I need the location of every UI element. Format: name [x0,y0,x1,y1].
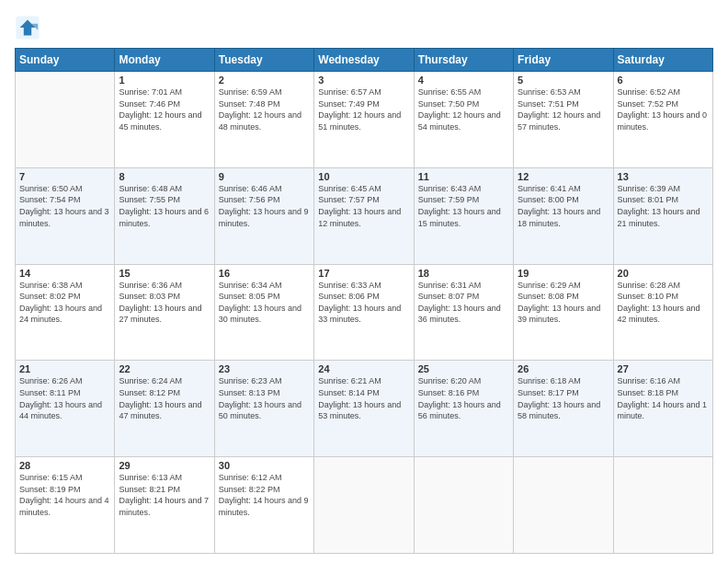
sunrise-text: Sunrise: 6:18 AM [518,375,609,387]
day-info: Sunrise: 6:13 AMSunset: 8:21 PMDaylight:… [119,472,210,518]
daylight-text: Daylight: 14 hours and 4 minutes. [19,495,110,518]
sunrise-text: Sunrise: 6:20 AM [418,375,509,387]
day-number: 2 [219,75,310,86]
day-number: 18 [418,268,509,279]
daylight-text: Daylight: 13 hours and 47 minutes. [119,399,210,422]
calendar-header-row: SundayMondayTuesdayWednesdayThursdayFrid… [16,49,713,72]
day-number: 7 [19,171,110,182]
day-info: Sunrise: 6:21 AMSunset: 8:14 PMDaylight:… [318,375,409,421]
sunrise-text: Sunrise: 6:21 AM [318,375,409,387]
calendar-cell: 19Sunrise: 6:29 AMSunset: 8:08 PMDayligh… [514,264,613,361]
sunset-text: Sunset: 7:48 PM [219,98,310,110]
sunrise-text: Sunrise: 6:36 AM [119,280,210,292]
day-info: Sunrise: 6:38 AMSunset: 8:02 PMDaylight:… [19,280,110,326]
sunrise-text: Sunrise: 6:57 AM [318,86,409,98]
day-number: 14 [19,268,110,279]
day-info: Sunrise: 6:48 AMSunset: 7:55 PMDaylight:… [119,183,210,229]
calendar-cell: 30Sunrise: 6:12 AMSunset: 8:22 PMDayligh… [214,457,313,554]
sunset-text: Sunset: 7:52 PM [618,98,709,110]
calendar-cell: 1Sunrise: 7:01 AMSunset: 7:46 PMDaylight… [115,72,214,168]
weekday-header: Saturday [613,49,712,72]
daylight-text: Daylight: 13 hours and 58 minutes. [518,399,609,422]
day-info: Sunrise: 6:12 AMSunset: 8:22 PMDaylight:… [219,472,310,518]
day-info: Sunrise: 6:33 AMSunset: 8:06 PMDaylight:… [318,280,409,326]
sunset-text: Sunset: 8:06 PM [318,291,409,303]
calendar-cell: 4Sunrise: 6:55 AMSunset: 7:50 PMDaylight… [414,72,513,168]
sunset-text: Sunset: 7:54 PM [19,194,110,206]
day-info: Sunrise: 6:57 AMSunset: 7:49 PMDaylight:… [318,86,409,132]
sunrise-text: Sunrise: 6:23 AM [219,375,310,387]
sunrise-text: Sunrise: 6:13 AM [119,472,210,484]
daylight-text: Daylight: 13 hours and 53 minutes. [318,399,409,422]
daylight-text: Daylight: 13 hours and 36 minutes. [418,303,509,326]
sunset-text: Sunset: 7:56 PM [219,194,310,206]
day-number: 22 [119,363,210,374]
sunrise-text: Sunrise: 6:48 AM [119,183,210,195]
sunrise-text: Sunrise: 6:59 AM [219,86,310,98]
day-info: Sunrise: 6:18 AMSunset: 8:17 PMDaylight:… [518,375,609,421]
day-number: 6 [618,75,709,86]
daylight-text: Daylight: 13 hours and 21 minutes. [618,206,709,229]
day-info: Sunrise: 6:39 AMSunset: 8:01 PMDaylight:… [618,183,709,229]
daylight-text: Daylight: 14 hours and 7 minutes. [119,495,210,518]
calendar-cell: 11Sunrise: 6:43 AMSunset: 7:59 PMDayligh… [414,167,513,264]
sunset-text: Sunset: 8:01 PM [618,194,709,206]
calendar-week-row: 21Sunrise: 6:26 AMSunset: 8:11 PMDayligh… [16,361,713,457]
weekday-header: Monday [115,49,214,72]
sunrise-text: Sunrise: 6:43 AM [418,183,509,195]
day-number: 26 [518,363,609,374]
day-number: 11 [418,171,509,182]
day-info: Sunrise: 6:53 AMSunset: 7:51 PMDaylight:… [518,86,609,132]
daylight-text: Daylight: 13 hours and 30 minutes. [219,303,310,326]
sunset-text: Sunset: 8:13 PM [219,387,310,399]
day-number: 23 [219,363,310,374]
daylight-text: Daylight: 12 hours and 57 minutes. [518,109,609,132]
sunset-text: Sunset: 8:10 PM [618,291,709,303]
calendar-cell: 16Sunrise: 6:34 AMSunset: 8:05 PMDayligh… [214,264,313,361]
calendar-cell: 24Sunrise: 6:21 AMSunset: 8:14 PMDayligh… [314,361,414,457]
sunrise-text: Sunrise: 6:16 AM [618,375,709,387]
sunrise-text: Sunrise: 6:38 AM [19,280,110,292]
sunset-text: Sunset: 8:16 PM [418,387,509,399]
day-info: Sunrise: 6:29 AMSunset: 8:08 PMDaylight:… [518,280,609,326]
daylight-text: Daylight: 12 hours and 48 minutes. [219,109,310,132]
calendar-cell: 10Sunrise: 6:45 AMSunset: 7:57 PMDayligh… [314,167,414,264]
daylight-text: Daylight: 13 hours and 3 minutes. [19,206,110,229]
weekday-header: Thursday [414,49,513,72]
sunrise-text: Sunrise: 6:26 AM [19,375,110,387]
day-info: Sunrise: 6:45 AMSunset: 7:57 PMDaylight:… [318,183,409,229]
calendar-cell [16,72,115,168]
day-number: 5 [518,75,609,86]
daylight-text: Daylight: 13 hours and 0 minutes. [618,109,709,132]
sunset-text: Sunset: 7:46 PM [119,98,210,110]
day-number: 10 [318,171,409,182]
sunrise-text: Sunrise: 6:41 AM [518,183,609,195]
sunset-text: Sunset: 8:05 PM [219,291,310,303]
calendar-cell [613,457,712,554]
day-number: 24 [318,363,409,374]
daylight-text: Daylight: 12 hours and 45 minutes. [119,109,210,132]
day-number: 28 [19,460,110,471]
day-info: Sunrise: 6:20 AMSunset: 8:16 PMDaylight:… [418,375,509,421]
daylight-text: Daylight: 12 hours and 51 minutes. [318,109,409,132]
day-info: Sunrise: 6:24 AMSunset: 8:12 PMDaylight:… [119,375,210,421]
calendar-cell: 25Sunrise: 6:20 AMSunset: 8:16 PMDayligh… [414,361,513,457]
daylight-text: Daylight: 14 hours and 9 minutes. [219,495,310,518]
calendar-cell: 13Sunrise: 6:39 AMSunset: 8:01 PMDayligh… [613,167,712,264]
day-number: 13 [618,171,709,182]
calendar-cell [414,457,513,554]
calendar-cell: 17Sunrise: 6:33 AMSunset: 8:06 PMDayligh… [314,264,414,361]
calendar-cell: 26Sunrise: 6:18 AMSunset: 8:17 PMDayligh… [514,361,613,457]
daylight-text: Daylight: 12 hours and 54 minutes. [418,109,509,132]
day-number: 21 [19,363,110,374]
daylight-text: Daylight: 13 hours and 42 minutes. [618,303,709,326]
sunset-text: Sunset: 7:59 PM [418,194,509,206]
calendar-cell: 7Sunrise: 6:50 AMSunset: 7:54 PMDaylight… [16,167,115,264]
sunrise-text: Sunrise: 6:52 AM [618,86,709,98]
sunset-text: Sunset: 8:19 PM [19,484,110,496]
daylight-text: Daylight: 13 hours and 39 minutes. [518,303,609,326]
daylight-text: Daylight: 13 hours and 24 minutes. [19,303,110,326]
day-number: 19 [518,268,609,279]
sunrise-text: Sunrise: 6:33 AM [318,280,409,292]
sunset-text: Sunset: 8:08 PM [518,291,609,303]
